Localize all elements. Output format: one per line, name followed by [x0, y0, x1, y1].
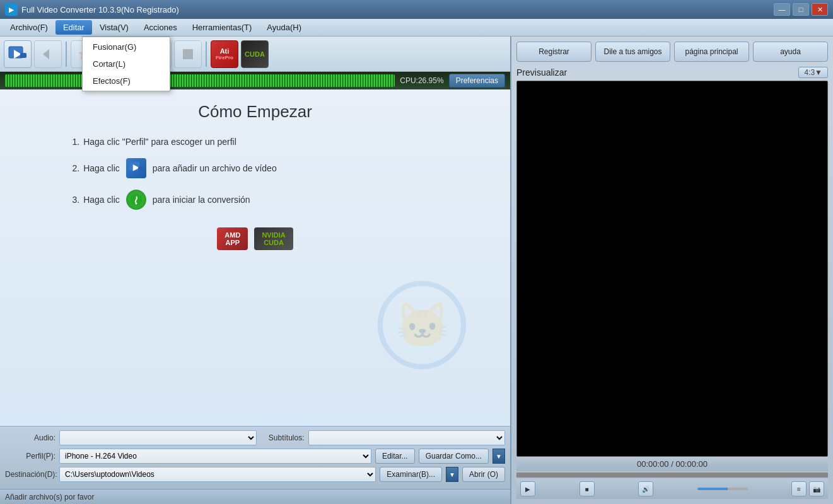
how-to-title: Cómo Empezar: [198, 102, 312, 122]
status-bar: Añadir archivo(s) por favor: [0, 489, 510, 504]
home-button[interactable]: página principal: [674, 42, 749, 62]
toolbar-sep-4: [206, 42, 207, 67]
menu-ayuda[interactable]: Ayuda(H): [259, 20, 309, 35]
add-video-button[interactable]: [4, 40, 32, 68]
cpu-display: CPU:26.95%: [400, 76, 443, 85]
preview-label: Previsualizar: [516, 67, 567, 77]
step-1-text: Haga clic "Perfil" para escoger un perfi…: [83, 137, 236, 147]
friends-button[interactable]: Dile a tus amigos: [595, 42, 670, 62]
toolbar: Ati FirePro CUDA: [0, 37, 510, 72]
perfil-label: Perfil(P):: [5, 452, 55, 461]
waveform-display: [5, 74, 395, 87]
guardar-como-button[interactable]: Guardar Como...: [419, 449, 489, 464]
waveform-bar: CPU:26.95% Preferencias: [0, 72, 510, 89]
badges: AMD APP NVIDIA CUDA: [217, 227, 293, 250]
amd-line1: AMD: [224, 231, 240, 239]
right-panel: Registrar Dile a tus amigos página princ…: [511, 37, 833, 504]
subtitles-label: Subtítulos:: [260, 433, 305, 442]
step-3-text: Haga clic: [83, 195, 120, 205]
cuda-icon: CUDA: [241, 40, 269, 68]
step-2-text: Haga clic: [83, 163, 120, 173]
perfil-row: Perfil(P): iPhone - H.264 Video Editar..…: [5, 449, 505, 464]
ati-label: Ati: [220, 47, 230, 55]
aspect-ratio-selector[interactable]: 4:3▼: [798, 67, 828, 78]
arrow-button[interactable]: [34, 40, 62, 68]
stop-pb-button[interactable]: ■: [580, 481, 595, 496]
list-view-button[interactable]: ≡: [791, 481, 807, 496]
left-panel: Ati FirePro CUDA CPU:26.95% Preferencias…: [0, 37, 511, 504]
step-3-icon: [126, 190, 146, 210]
destino-row: Destinación(D): C:\Users\uptodown\Videos…: [5, 467, 505, 482]
audio-select[interactable]: [59, 430, 257, 445]
status-text: Añadir archivo(s) por favor: [5, 493, 94, 501]
camera-button[interactable]: 📷: [809, 481, 824, 496]
amd-line2: APP: [226, 239, 240, 246]
step-3-number: 3.: [73, 195, 80, 205]
step-1-number: 1.: [73, 137, 80, 147]
step-2-icon: [126, 158, 146, 178]
help-button[interactable]: ayuda: [753, 42, 828, 62]
content-area: Cómo Empezar 1. Haga clic "Perfil" para …: [0, 89, 510, 426]
maximize-button[interactable]: □: [793, 3, 809, 16]
bottom-controls: Audio: Subtítulos: Perfil(P): iPhone - H…: [0, 426, 510, 489]
destino-select[interactable]: C:\Users\uptodown\Videos: [59, 467, 376, 482]
subtitles-select[interactable]: [308, 430, 506, 445]
stop-button[interactable]: [174, 40, 202, 68]
pb-right-controls: ≡ 📷: [791, 481, 824, 496]
svg-point-12: [135, 203, 137, 205]
progress-bar[interactable]: [516, 472, 828, 478]
minimize-button[interactable]: —: [774, 3, 790, 16]
step-2-suffix: para añadir un archivo de vídeo: [153, 163, 277, 173]
window-controls: — □ ✕: [774, 3, 828, 16]
playback-controls: ▶ ■ 🔊 ≡ 📷: [516, 479, 828, 499]
preferences-button[interactable]: Preferencias: [449, 74, 505, 88]
nvidia-line1: NVIDIA: [262, 231, 285, 239]
preview-title-row: Previsualizar 4:3▼: [516, 67, 828, 78]
examinar-button[interactable]: Examinar(B)...: [380, 467, 442, 482]
svg-rect-10: [138, 167, 143, 171]
guardar-dropdown-arrow[interactable]: ▼: [492, 449, 505, 464]
volume-slider[interactable]: [697, 488, 748, 490]
menu-acciones[interactable]: Acciones: [136, 20, 185, 35]
toolbar-sep-1: [66, 42, 67, 67]
volume-icon: 🔊: [638, 481, 653, 496]
menu-vista[interactable]: Vista(V): [92, 20, 136, 35]
step-2-number: 2.: [73, 163, 80, 173]
svg-marker-3: [43, 49, 49, 59]
right-header: Registrar Dile a tus amigos página princ…: [516, 42, 828, 62]
app-icon: ▶: [5, 3, 18, 16]
menu-herramientas[interactable]: Herramientas(T): [185, 20, 260, 35]
menu-efectos[interactable]: Efectos(F): [83, 72, 170, 89]
timecode-display: 00:00:00 / 00:00:00: [516, 457, 828, 471]
register-button[interactable]: Registrar: [516, 42, 591, 62]
title-bar: ▶ Full Video Converter 10.3.9(No Registr…: [0, 0, 833, 19]
destino-label: Destinación(D):: [5, 470, 55, 479]
step-3-suffix: para iniciar la conversión: [153, 195, 250, 205]
main-layout: Ati FirePro CUDA CPU:26.95% Preferencias…: [0, 37, 833, 504]
editar-perfil-button[interactable]: Editar...: [375, 449, 415, 464]
window-title: Full Video Converter 10.3.9(No Registrad…: [21, 5, 774, 14]
ati-icon: Ati FirePro: [211, 40, 238, 68]
menu-cortar[interactable]: Cortar(L): [83, 55, 170, 72]
menu-archivo[interactable]: Archivo(F): [3, 20, 55, 35]
perfil-select[interactable]: iPhone - H.264 Video: [59, 449, 371, 464]
abrir-button[interactable]: Abrir (O): [462, 467, 505, 482]
step-2: 2. Haga clic para añadir un archivo de v…: [73, 158, 438, 178]
examinar-dropdown-arrow[interactable]: ▼: [446, 467, 458, 482]
watermark: 🐱: [371, 275, 472, 375]
amd-badge: AMD APP: [217, 227, 248, 250]
nvidia-line2: CUDA: [264, 239, 284, 246]
nvidia-badge: NVIDIA CUDA: [254, 227, 293, 250]
cuda-label: CUDA: [245, 50, 265, 58]
preview-section: Previsualizar 4:3▼ 00:00:00 / 00:00:00 ▶…: [516, 67, 828, 499]
close-button[interactable]: ✕: [812, 3, 828, 16]
editar-dropdown: Fusionar(G) Cortar(L) Efectos(F): [82, 37, 170, 91]
play-button[interactable]: ▶: [520, 481, 535, 496]
menu-bar: Archivo(F) Editar Vista(V) Acciones Herr…: [0, 19, 833, 37]
menu-editar[interactable]: Editar: [55, 20, 92, 35]
step-3: 3. Haga clic para iniciar la conversión: [73, 190, 438, 210]
step-1: 1. Haga clic "Perfil" para escoger un pe…: [73, 137, 438, 147]
menu-fusionar[interactable]: Fusionar(G): [83, 38, 170, 55]
audio-subtitles-row: Audio: Subtítulos:: [5, 430, 505, 445]
audio-label: Audio:: [5, 433, 55, 442]
